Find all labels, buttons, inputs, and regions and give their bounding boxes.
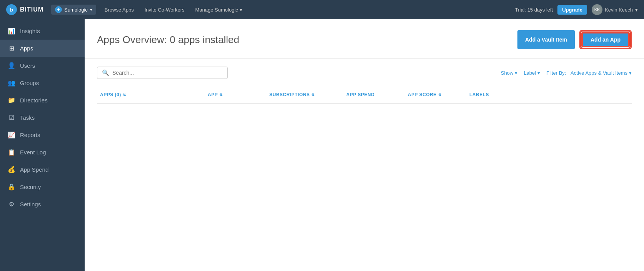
sidebar-item-settings[interactable]: ⚙ Settings xyxy=(0,196,85,213)
logo-text: BITIUM xyxy=(20,6,43,13)
topnav: b BITIUM + Sumologic ▾ Browse Apps Invit… xyxy=(0,0,644,19)
sidebar-item-users[interactable]: 👤 Users xyxy=(0,57,85,74)
app-spend-icon: 💰 xyxy=(8,166,15,173)
sidebar-item-directories[interactable]: 📁 Directories xyxy=(0,92,85,109)
browse-apps-link[interactable]: Browse Apps xyxy=(99,7,139,13)
event-log-icon: 📋 xyxy=(8,149,15,156)
search-icon: 🔍 xyxy=(102,69,109,76)
table-body xyxy=(97,104,632,219)
col-apps[interactable]: APPS (0) ⇅ xyxy=(97,90,205,99)
invite-coworkers-link[interactable]: Invite Co-Workers xyxy=(139,7,190,13)
col-app-spend: APP SPEND xyxy=(343,90,405,99)
topnav-right: Trial: 15 days left Upgrade KK Kevin Kee… xyxy=(515,4,638,15)
users-icon: 👤 xyxy=(8,62,15,69)
sidebar-item-app-spend[interactable]: 💰 App Spend xyxy=(0,161,85,178)
sidebar-item-label: Apps xyxy=(20,45,33,52)
add-app-button[interactable]: Add an App xyxy=(581,32,630,47)
search-box: 🔍 xyxy=(97,67,228,79)
sidebar-item-label: Groups xyxy=(20,80,39,86)
sidebar-item-insights[interactable]: 📊 Insights xyxy=(0,22,85,40)
logo-icon: b xyxy=(6,4,17,15)
sidebar-item-label: Directories xyxy=(20,97,48,104)
col-app-score[interactable]: APP SCORE ⇅ xyxy=(405,90,466,99)
label-chevron-icon: ▾ xyxy=(537,70,540,76)
security-icon: 🔒 xyxy=(8,183,15,191)
sort-icon: ⇅ xyxy=(219,93,223,97)
insights-icon: 📊 xyxy=(8,27,15,35)
sidebar-item-label: Insights xyxy=(20,28,40,34)
col-labels: LABELS xyxy=(466,90,632,99)
sidebar-item-label: Tasks xyxy=(20,114,35,121)
manage-label: Manage Sumologic xyxy=(195,7,238,13)
sidebar-item-label: Settings xyxy=(20,201,41,207)
header-buttons: Add a Vault Item Add an App xyxy=(517,30,632,49)
toolbar: 🔍 Show ▾ Label ▾ Filter By: Active Apps … xyxy=(85,59,644,87)
logo: b BITIUM xyxy=(6,4,43,15)
toolbar-right: Show ▾ Label ▾ Filter By: Active Apps & … xyxy=(501,70,632,76)
sidebar-item-tasks[interactable]: ☑ Tasks xyxy=(0,109,85,126)
show-dropdown[interactable]: Show ▾ xyxy=(501,70,518,76)
sidebar-item-label: Reports xyxy=(20,132,40,138)
sidebar-item-label: App Spend xyxy=(20,166,48,173)
user-chevron-icon: ▾ xyxy=(635,7,638,13)
col-subscriptions[interactable]: SUBSCRIPTIONS ⇅ xyxy=(266,90,343,99)
reports-icon: 📈 xyxy=(8,131,15,139)
org-chevron-icon: ▾ xyxy=(90,7,92,12)
add-app-button-wrapper: Add an App xyxy=(579,30,632,49)
sidebar-item-apps[interactable]: ⊞ Apps xyxy=(0,40,85,57)
filter-by-dropdown[interactable]: Filter By: Active Apps & Vault Items ▾ xyxy=(546,70,632,76)
settings-icon: ⚙ xyxy=(8,201,15,208)
page-title: Apps Overview: 0 apps installed xyxy=(97,34,239,46)
sidebar-item-label: Security xyxy=(20,184,41,190)
sort-icon: ⇅ xyxy=(123,93,126,97)
col-app[interactable]: APP ⇅ xyxy=(205,90,266,99)
sidebar-item-label: Event Log xyxy=(20,149,46,156)
sidebar-item-security[interactable]: 🔒 Security xyxy=(0,178,85,196)
table-header: APPS (0) ⇅ APP ⇅ SUBSCRIPTIONS ⇅ APP SPE… xyxy=(97,87,632,104)
filter-chevron-icon: ▾ xyxy=(629,70,632,76)
upgrade-button[interactable]: Upgrade xyxy=(557,5,587,15)
sidebar-item-reports[interactable]: 📈 Reports xyxy=(0,126,85,144)
sidebar-item-event-log[interactable]: 📋 Event Log xyxy=(0,144,85,161)
user-name: Kevin Keech xyxy=(605,7,633,13)
sidebar-item-groups[interactable]: 👥 Groups xyxy=(0,74,85,92)
main-layout: 📊 Insights ⊞ Apps 👤 Users 👥 Groups 📁 Dir… xyxy=(0,19,644,271)
plus-icon: + xyxy=(55,6,62,13)
trial-text: Trial: 15 days left xyxy=(515,7,553,13)
apps-icon: ⊞ xyxy=(8,45,15,52)
sort-icon: ⇅ xyxy=(438,93,442,97)
search-input[interactable] xyxy=(112,70,223,76)
content-area: Apps Overview: 0 apps installed Add a Va… xyxy=(85,19,644,271)
user-menu[interactable]: KK Kevin Keech ▾ xyxy=(592,4,638,15)
sort-icon: ⇅ xyxy=(311,93,315,97)
label-dropdown[interactable]: Label ▾ xyxy=(524,70,540,76)
table-area: APPS (0) ⇅ APP ⇅ SUBSCRIPTIONS ⇅ APP SPE… xyxy=(85,87,644,219)
show-chevron-icon: ▾ xyxy=(515,70,517,76)
avatar: KK xyxy=(592,4,602,15)
page-header: Apps Overview: 0 apps installed Add a Va… xyxy=(85,19,644,59)
directories-icon: 📁 xyxy=(8,97,15,104)
org-switcher[interactable]: + Sumologic ▾ xyxy=(51,5,96,15)
groups-icon: 👥 xyxy=(8,79,15,87)
manage-dropdown[interactable]: Manage Sumologic ▾ xyxy=(190,7,247,13)
tasks-icon: ☑ xyxy=(8,114,15,121)
manage-chevron-icon: ▾ xyxy=(240,7,242,13)
add-vault-button[interactable]: Add a Vault Item xyxy=(517,30,575,49)
org-name: Sumologic xyxy=(64,7,88,13)
sidebar-item-label: Users xyxy=(20,62,35,69)
sidebar: 📊 Insights ⊞ Apps 👤 Users 👥 Groups 📁 Dir… xyxy=(0,19,85,271)
